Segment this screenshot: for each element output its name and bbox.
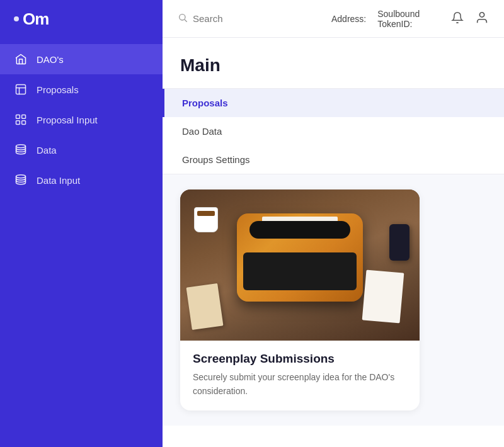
subnav: Proposals Dao Data Groups Settings [163, 88, 504, 174]
sidebar-nav: DAO's Proposals Proposal Input Data [0, 44, 163, 195]
sidebar-item-data-label: Data [37, 145, 57, 156]
sidebar-item-proposal-input-label: Proposal Input [37, 115, 98, 125]
sidebar-item-data[interactable]: Data [0, 135, 163, 165]
sidebar-item-data-input[interactable]: Data Input [0, 165, 163, 195]
sidebar-item-daos-label: DAO's [37, 54, 64, 65]
svg-point-9 [180, 14, 185, 20]
soulbound-label: Soulbound TokenID: [377, 9, 440, 29]
page-title-section: Main [163, 38, 504, 88]
page-title: Main [180, 55, 486, 76]
grid-icon [14, 113, 28, 127]
subnav-item-proposals[interactable]: Proposals [163, 89, 504, 117]
bell-icon[interactable] [451, 11, 464, 26]
coffee-cup [194, 207, 218, 232]
address-label: Address: [331, 14, 366, 24]
sidebar-item-proposals[interactable]: Proposals [0, 74, 163, 105]
svg-rect-6 [22, 121, 26, 125]
database2-icon [14, 173, 28, 187]
svg-rect-5 [16, 121, 20, 125]
typewriter-keys [243, 252, 357, 290]
sidebar-item-data-input-label: Data Input [37, 175, 80, 186]
svg-line-10 [185, 20, 187, 22]
content-area: Main Proposals Dao Data Groups Settings [163, 38, 504, 447]
svg-rect-0 [16, 85, 26, 94]
typewriter-roller [249, 221, 350, 239]
search-area [178, 13, 319, 25]
card-title: Screenplay Submissions [193, 352, 407, 366]
cards-section: Screenplay Submissions Securely submit y… [163, 174, 504, 426]
logo: Om [0, 0, 163, 38]
svg-point-8 [16, 175, 26, 178]
subnav-item-dao-data[interactable]: Dao Data [163, 117, 504, 145]
phone-item [389, 224, 410, 261]
svg-rect-3 [16, 115, 20, 119]
sidebar-item-daos[interactable]: DAO's [0, 44, 163, 74]
topbar: Address: Soulbound TokenID: [163, 0, 504, 38]
main-panel: Address: Soulbound TokenID: Main Proposa… [163, 0, 504, 447]
database-icon [14, 143, 28, 157]
svg-point-7 [16, 145, 26, 148]
screenplay-card: Screenplay Submissions Securely submit y… [180, 190, 420, 410]
sidebar-item-proposal-input[interactable]: Proposal Input [0, 105, 163, 135]
sidebar-item-proposals-label: Proposals [37, 84, 79, 95]
logo-dot [14, 16, 19, 21]
topbar-right: Address: Soulbound TokenID: [331, 9, 489, 29]
sidebar: Om DAO's Proposals Proposal Input [0, 0, 163, 447]
user-icon[interactable] [475, 11, 489, 27]
search-icon [178, 13, 188, 25]
card-body: Screenplay Submissions Securely submit y… [180, 341, 420, 410]
card-image [180, 190, 420, 341]
logo-text: Om [23, 9, 49, 29]
book-item [186, 283, 224, 330]
home-icon [14, 52, 28, 66]
typewriter-body [237, 213, 363, 302]
card-description: Securely submit your screenplay idea for… [193, 371, 407, 398]
search-input[interactable] [193, 13, 319, 24]
subnav-item-groups-settings[interactable]: Groups Settings [163, 145, 504, 174]
svg-point-11 [479, 12, 484, 16]
book-icon [14, 82, 28, 96]
typewriter-scene [180, 190, 420, 341]
paper-right [362, 270, 404, 324]
svg-rect-4 [22, 115, 26, 119]
